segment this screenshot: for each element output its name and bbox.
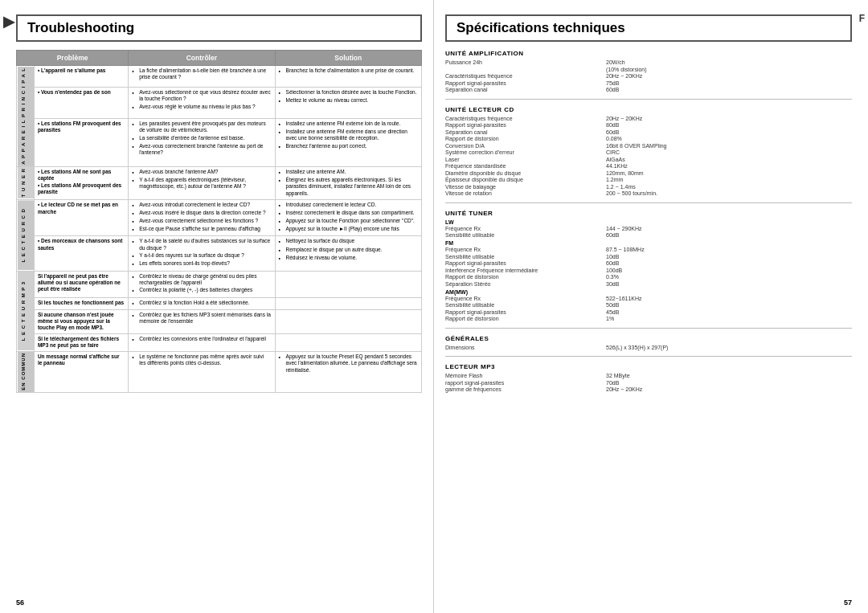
control-item: •Avez-vous introduit correctement le lec… bbox=[132, 202, 271, 209]
specs-row: Vitesse de balayage1.2 ~ 1.4ms bbox=[445, 184, 852, 190]
left-page-title: Troubleshooting bbox=[16, 14, 422, 42]
specs-value: CIRC bbox=[606, 149, 852, 155]
control-item: •La sensibilité d'entrée de l'antenne es… bbox=[132, 135, 271, 142]
specs-label: Rapport signal-parasites bbox=[445, 122, 606, 128]
specs-label: Fréquence standardisée bbox=[445, 163, 606, 169]
specs-row: Fréquence Rx522~1611KHz bbox=[445, 296, 852, 301]
specs-label: rapport signal-parasites bbox=[445, 380, 606, 386]
specs-row: Sensibilité utilisable10dB bbox=[445, 254, 852, 260]
solution-text: Remplacez le disque par un autre disque. bbox=[286, 247, 383, 253]
problem-cell: • Des morceaux de chansons sont sautes bbox=[34, 236, 128, 271]
specs-label: Rapport signal-parasites bbox=[445, 80, 606, 86]
specs-row: gamme de fréquences20Hz ~ 20KHz bbox=[445, 386, 852, 392]
control-item: •Contrôlez le niveau de charge général o… bbox=[132, 273, 271, 287]
solution-text: Installez une antenne FM externe dans un… bbox=[286, 129, 418, 142]
section-label: T U N E R bbox=[17, 166, 35, 199]
solution-item: •Sélectionner la fonction désirée avec l… bbox=[279, 89, 418, 96]
problem-cell: Si les touches ne fonctionnent pas bbox=[34, 297, 128, 309]
solution-cell: •Appuyez sur la touche Preset EQ pendant… bbox=[275, 351, 421, 393]
control-cell: •Y a-t-il de la saleté ou d'autres subst… bbox=[129, 236, 275, 271]
section-label: L E C T E U R C D bbox=[17, 200, 35, 271]
specs-row: Caractéristiques fréquence20Hz ~ 20KHz bbox=[445, 73, 852, 79]
control-item: •Avez-vous inséré le disque dans la dire… bbox=[132, 210, 271, 217]
solution-item: •Appuyez sur la touche ►II (Play) encore… bbox=[279, 226, 418, 233]
specs-value: 0.08% bbox=[606, 136, 852, 141]
specs-label: gamme de fréquences bbox=[445, 386, 606, 392]
specs-subsection-label: AM(MW) bbox=[445, 289, 852, 295]
control-cell: •Contrôlez que les fichiers MP3 soient m… bbox=[129, 309, 275, 333]
control-text: Contrôlez les connexions entre l'ordinat… bbox=[139, 336, 266, 342]
bullet-icon: • bbox=[279, 247, 284, 254]
solution-item: •Appuyez sur la touche Fonction pour sél… bbox=[279, 218, 418, 225]
solution-item: •Branchez la fiche d'alimentation à une … bbox=[279, 67, 418, 75]
solution-text: Appuyez sur la touche Fonction pour séle… bbox=[286, 218, 415, 224]
specs-row: rapport signal-parasites70dB bbox=[445, 380, 852, 386]
bullet-icon: • bbox=[132, 121, 137, 128]
specs-label: Séparation canal bbox=[445, 129, 606, 135]
bullet-icon: • bbox=[132, 287, 137, 294]
bullet-icon: • bbox=[132, 169, 137, 176]
specs-row: Dimensions526(L) x 335(H) x 297(P) bbox=[445, 345, 852, 350]
bullet-icon: • bbox=[279, 121, 284, 128]
specs-row: Conversion D/A16bit 8 OVER SAMPling bbox=[445, 143, 852, 149]
solution-cell: •Nettoyez la surface du disque•Remplacez… bbox=[275, 236, 421, 271]
control-item: •Avez-vous réglé le volume au niveau le … bbox=[132, 104, 271, 111]
specs-label bbox=[445, 67, 606, 72]
specs-value: 16bit 8 OVER SAMPling bbox=[606, 143, 852, 149]
specs-row: LaserAlGaAs bbox=[445, 157, 852, 162]
right-page: F Spécifications techniques Unité Amplif… bbox=[434, 0, 868, 613]
specs-value: AlGaAs bbox=[606, 157, 852, 162]
specs-subsection-label: FM bbox=[445, 240, 852, 246]
specs-label: Fréquence Rx bbox=[445, 296, 606, 301]
solution-text: Éteignez les autres appareils électroniq… bbox=[286, 177, 418, 197]
control-item: •Le système ne fonctionne pas même après… bbox=[132, 353, 271, 367]
control-text: Les parasites peuvent être provoqués par… bbox=[139, 121, 271, 134]
specs-label: Vitesse de rotation bbox=[445, 190, 606, 196]
left-page-number: 56 bbox=[16, 599, 24, 607]
bullet-icon: • bbox=[279, 218, 284, 225]
problem-cell: • Les stations FM provoquent des parasit… bbox=[34, 118, 128, 166]
specs-section-tuner: Unité TunerLWFréquence Rx144 ~ 290KHzSen… bbox=[445, 210, 852, 329]
specs-section-title: Lecteur MP3 bbox=[445, 363, 852, 370]
problem-cell: Si aucune chanson n'est jouée même si vo… bbox=[34, 309, 128, 333]
specs-section-title: Unité Tuner bbox=[445, 210, 852, 217]
right-page-title: Spécifications techniques bbox=[445, 14, 852, 42]
solution-item: •Éteignez les autres appareils électroni… bbox=[279, 177, 418, 197]
control-text: Avez-vous correctement sélectionné les f… bbox=[139, 218, 258, 224]
specs-row: Séparation canal60dB bbox=[445, 129, 852, 135]
specs-label: Épaisseur disponible du disque bbox=[445, 177, 606, 182]
control-cell: •Contrôlez si la fonction Hold a été sél… bbox=[129, 297, 275, 309]
right-corner-mark: F bbox=[859, 13, 865, 24]
specs-row: Caractéristiques fréquence20Hz ~ 20KHz bbox=[445, 116, 852, 121]
specs-label: Diamètre disponible du disque bbox=[445, 170, 606, 176]
bullet-icon: • bbox=[132, 177, 137, 184]
solution-item: •Nettoyez la surface du disque bbox=[279, 238, 418, 245]
control-cell: •Les parasites peuvent être provoqués pa… bbox=[129, 118, 275, 166]
bullet-icon: • bbox=[279, 97, 284, 104]
specs-value: 70dB bbox=[606, 380, 852, 386]
specs-value: 100dB bbox=[606, 268, 852, 273]
bullet-icon: • bbox=[132, 252, 137, 260]
specs-value: 60dB bbox=[606, 232, 852, 238]
control-item: •La fiche d'alimentation a-t-elle bien é… bbox=[132, 67, 271, 81]
specs-value: 32 MByte bbox=[606, 373, 852, 378]
solution-text: Sélectionner la fonction désirée avec la… bbox=[286, 89, 417, 96]
solution-item: •Insérez correctement le disque dans son… bbox=[279, 210, 418, 217]
specs-value: 60dB bbox=[606, 87, 852, 92]
control-cell: •Avez-vous branché l'antenne AM?•Y a-t-i… bbox=[129, 166, 275, 199]
specs-label: Sensibilité utilisable bbox=[445, 232, 606, 238]
control-item: •Contrôlez les connexions entre l'ordina… bbox=[132, 336, 271, 343]
control-item: •Avez-vous correctement sélectionné les … bbox=[132, 218, 271, 225]
bullet-icon: • bbox=[132, 202, 137, 209]
specs-section-lecteur-mp3: Lecteur MP3Mémoire Flash32 MByterapport … bbox=[445, 363, 852, 398]
solution-text: Branchez la fiche d'alimentation à une p… bbox=[286, 67, 415, 74]
solution-text: Installez une antenne AM. bbox=[286, 169, 346, 175]
specs-label: Vitesse de balayage bbox=[445, 184, 606, 190]
specs-label: Rapport signal-parasites bbox=[445, 309, 606, 315]
control-text: Avez-vous introduit correctement le lect… bbox=[139, 202, 250, 208]
solution-text: Installez une antenne FM externe loin de… bbox=[286, 121, 401, 127]
solution-cell: •Installez une antenne AM.•Éteignez les … bbox=[275, 166, 421, 199]
bullet-icon: • bbox=[279, 177, 284, 184]
control-item: •Y a-t-il des appareils électroniques (t… bbox=[132, 177, 271, 190]
specs-section-title: Unité Amplification bbox=[445, 50, 852, 57]
